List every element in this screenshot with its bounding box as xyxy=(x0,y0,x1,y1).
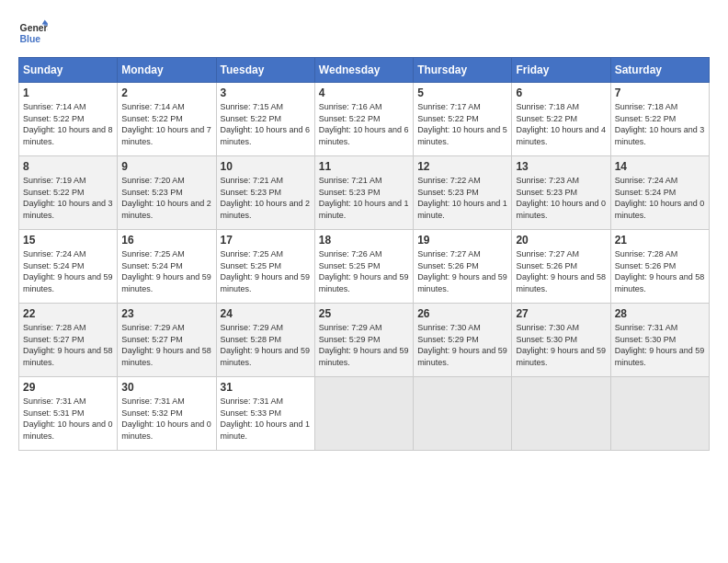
day-number: 17 xyxy=(221,234,311,247)
svg-text:Blue: Blue xyxy=(20,34,41,44)
day-header-friday: Friday xyxy=(512,58,610,83)
day-info: Sunrise: 7:18 AMSunset: 5:22 PMDaylight:… xyxy=(516,101,606,147)
day-number: 3 xyxy=(221,86,311,99)
day-number: 13 xyxy=(516,160,606,173)
day-info: Sunrise: 7:14 AMSunset: 5:22 PMDaylight:… xyxy=(121,101,211,147)
calendar-week-2: 8Sunrise: 7:19 AMSunset: 5:22 PMDaylight… xyxy=(19,156,710,230)
day-info: Sunrise: 7:31 AMSunset: 5:33 PMDaylight:… xyxy=(221,396,311,442)
calendar-day xyxy=(512,377,610,451)
calendar-day: 5Sunrise: 7:17 AMSunset: 5:22 PMDaylight… xyxy=(414,83,512,156)
day-info: Sunrise: 7:29 AMSunset: 5:29 PMDaylight:… xyxy=(319,322,409,368)
logo: General Blue xyxy=(18,18,51,48)
day-info: Sunrise: 7:24 AMSunset: 5:24 PMDaylight:… xyxy=(23,248,113,294)
day-number: 29 xyxy=(23,381,113,394)
day-info: Sunrise: 7:21 AMSunset: 5:23 PMDaylight:… xyxy=(319,175,409,221)
calendar-week-4: 22Sunrise: 7:28 AMSunset: 5:27 PMDayligh… xyxy=(19,304,710,377)
calendar-week-5: 29Sunrise: 7:31 AMSunset: 5:31 PMDayligh… xyxy=(19,377,710,451)
calendar-week-1: 1Sunrise: 7:14 AMSunset: 5:22 PMDaylight… xyxy=(19,83,710,156)
calendar-day: 9Sunrise: 7:20 AMSunset: 5:23 PMDaylight… xyxy=(118,156,216,230)
calendar-day: 13Sunrise: 7:23 AMSunset: 5:23 PMDayligh… xyxy=(512,156,610,230)
day-info: Sunrise: 7:16 AMSunset: 5:22 PMDaylight:… xyxy=(319,101,409,147)
day-info: Sunrise: 7:29 AMSunset: 5:28 PMDaylight:… xyxy=(221,322,311,368)
day-info: Sunrise: 7:23 AMSunset: 5:23 PMDaylight:… xyxy=(516,175,606,221)
day-info: Sunrise: 7:30 AMSunset: 5:30 PMDaylight:… xyxy=(516,322,606,368)
calendar-header-row: SundayMondayTuesdayWednesdayThursdayFrid… xyxy=(19,58,710,83)
day-info: Sunrise: 7:24 AMSunset: 5:24 PMDaylight:… xyxy=(615,175,705,221)
svg-text:General: General xyxy=(20,23,48,33)
day-header-saturday: Saturday xyxy=(610,58,709,83)
calendar-day: 26Sunrise: 7:30 AMSunset: 5:29 PMDayligh… xyxy=(414,304,512,377)
day-number: 8 xyxy=(23,160,113,173)
day-info: Sunrise: 7:14 AMSunset: 5:22 PMDaylight:… xyxy=(23,101,113,147)
calendar-day: 18Sunrise: 7:26 AMSunset: 5:25 PMDayligh… xyxy=(314,230,413,304)
calendar-day: 14Sunrise: 7:24 AMSunset: 5:24 PMDayligh… xyxy=(610,156,709,230)
calendar-day: 7Sunrise: 7:18 AMSunset: 5:22 PMDaylight… xyxy=(610,83,709,156)
calendar-week-3: 15Sunrise: 7:24 AMSunset: 5:24 PMDayligh… xyxy=(19,230,710,304)
day-header-sunday: Sunday xyxy=(19,58,118,83)
day-number: 19 xyxy=(417,234,507,247)
day-number: 7 xyxy=(615,86,705,99)
calendar-day: 8Sunrise: 7:19 AMSunset: 5:22 PMDaylight… xyxy=(19,156,118,230)
day-number: 15 xyxy=(23,234,113,247)
day-number: 14 xyxy=(615,160,705,173)
calendar-day: 31Sunrise: 7:31 AMSunset: 5:33 PMDayligh… xyxy=(216,377,314,451)
calendar-day: 15Sunrise: 7:24 AMSunset: 5:24 PMDayligh… xyxy=(19,230,118,304)
day-number: 20 xyxy=(516,234,606,247)
day-number: 18 xyxy=(319,234,409,247)
calendar-day: 10Sunrise: 7:21 AMSunset: 5:23 PMDayligh… xyxy=(216,156,314,230)
day-number: 25 xyxy=(319,307,409,320)
day-number: 31 xyxy=(221,381,311,394)
calendar-day xyxy=(414,377,512,451)
day-number: 22 xyxy=(23,307,113,320)
calendar-day: 23Sunrise: 7:29 AMSunset: 5:27 PMDayligh… xyxy=(118,304,216,377)
day-number: 1 xyxy=(23,86,113,99)
day-number: 28 xyxy=(615,307,705,320)
calendar-day xyxy=(314,377,413,451)
day-number: 24 xyxy=(221,307,311,320)
day-info: Sunrise: 7:29 AMSunset: 5:27 PMDaylight:… xyxy=(121,322,211,368)
calendar-day: 24Sunrise: 7:29 AMSunset: 5:28 PMDayligh… xyxy=(216,304,314,377)
day-number: 10 xyxy=(221,160,311,173)
day-number: 9 xyxy=(121,160,211,173)
day-number: 6 xyxy=(516,86,606,99)
day-info: Sunrise: 7:31 AMSunset: 5:30 PMDaylight:… xyxy=(615,322,705,368)
calendar-day: 27Sunrise: 7:30 AMSunset: 5:30 PMDayligh… xyxy=(512,304,610,377)
day-number: 30 xyxy=(121,381,211,394)
day-number: 11 xyxy=(319,160,409,173)
calendar-day: 17Sunrise: 7:25 AMSunset: 5:25 PMDayligh… xyxy=(216,230,314,304)
day-number: 16 xyxy=(121,234,211,247)
day-number: 12 xyxy=(417,160,507,173)
day-info: Sunrise: 7:18 AMSunset: 5:22 PMDaylight:… xyxy=(615,101,705,147)
day-info: Sunrise: 7:22 AMSunset: 5:23 PMDaylight:… xyxy=(417,175,507,221)
day-header-monday: Monday xyxy=(118,58,216,83)
calendar-day: 25Sunrise: 7:29 AMSunset: 5:29 PMDayligh… xyxy=(314,304,413,377)
calendar-day: 28Sunrise: 7:31 AMSunset: 5:30 PMDayligh… xyxy=(610,304,709,377)
day-info: Sunrise: 7:27 AMSunset: 5:26 PMDaylight:… xyxy=(417,248,507,294)
day-info: Sunrise: 7:25 AMSunset: 5:24 PMDaylight:… xyxy=(121,248,211,294)
calendar-day: 12Sunrise: 7:22 AMSunset: 5:23 PMDayligh… xyxy=(414,156,512,230)
calendar-day: 3Sunrise: 7:15 AMSunset: 5:22 PMDaylight… xyxy=(216,83,314,156)
calendar-day: 19Sunrise: 7:27 AMSunset: 5:26 PMDayligh… xyxy=(414,230,512,304)
calendar-day: 11Sunrise: 7:21 AMSunset: 5:23 PMDayligh… xyxy=(314,156,413,230)
page-header: General Blue xyxy=(18,18,710,48)
day-number: 5 xyxy=(417,86,507,99)
day-info: Sunrise: 7:17 AMSunset: 5:22 PMDaylight:… xyxy=(417,101,507,147)
calendar-day: 21Sunrise: 7:28 AMSunset: 5:26 PMDayligh… xyxy=(610,230,709,304)
day-info: Sunrise: 7:27 AMSunset: 5:26 PMDaylight:… xyxy=(516,248,606,294)
day-info: Sunrise: 7:21 AMSunset: 5:23 PMDaylight:… xyxy=(221,175,311,221)
day-info: Sunrise: 7:15 AMSunset: 5:22 PMDaylight:… xyxy=(221,101,311,147)
day-info: Sunrise: 7:19 AMSunset: 5:22 PMDaylight:… xyxy=(23,175,113,221)
day-info: Sunrise: 7:30 AMSunset: 5:29 PMDaylight:… xyxy=(417,322,507,368)
calendar-day xyxy=(610,377,709,451)
day-number: 21 xyxy=(615,234,705,247)
calendar-day: 20Sunrise: 7:27 AMSunset: 5:26 PMDayligh… xyxy=(512,230,610,304)
calendar-day: 30Sunrise: 7:31 AMSunset: 5:32 PMDayligh… xyxy=(118,377,216,451)
day-number: 27 xyxy=(516,307,606,320)
day-number: 26 xyxy=(417,307,507,320)
day-header-thursday: Thursday xyxy=(414,58,512,83)
calendar-day: 4Sunrise: 7:16 AMSunset: 5:22 PMDaylight… xyxy=(314,83,413,156)
day-info: Sunrise: 7:26 AMSunset: 5:25 PMDaylight:… xyxy=(319,248,409,294)
calendar-day: 22Sunrise: 7:28 AMSunset: 5:27 PMDayligh… xyxy=(19,304,118,377)
day-info: Sunrise: 7:31 AMSunset: 5:32 PMDaylight:… xyxy=(121,396,211,442)
day-header-wednesday: Wednesday xyxy=(314,58,413,83)
